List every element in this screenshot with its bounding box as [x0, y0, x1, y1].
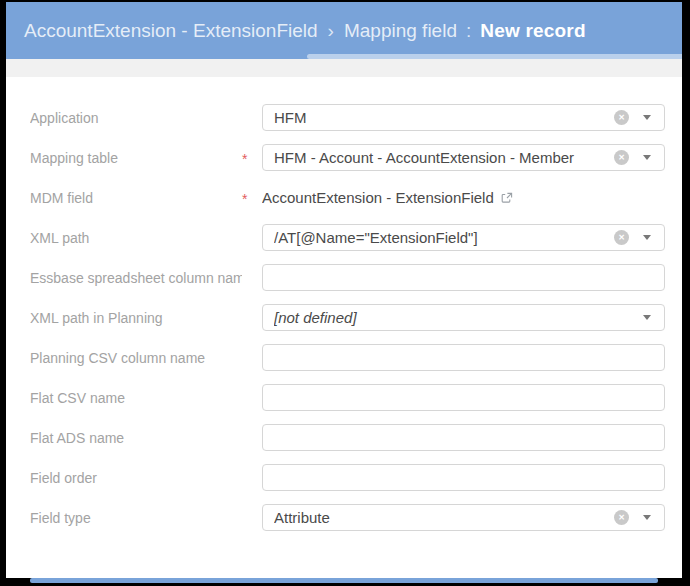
field-label: Essbase spreadsheet column name [30, 270, 242, 286]
field-label: MDM field [30, 190, 242, 206]
form-row-mdm-field: MDM field*AccountExtension - ExtensionFi… [30, 184, 665, 211]
field-control [262, 384, 665, 411]
chevron-down-icon[interactable] [643, 315, 651, 320]
field-label: Field type [30, 510, 242, 526]
xml-path-select[interactable]: /AT[@Name="ExtensionField"]✕ [262, 224, 665, 251]
chevron-down-icon[interactable] [643, 235, 651, 240]
field-control: Attribute✕ [262, 504, 665, 531]
xml-path-in-planning-value: [not defined] [274, 309, 629, 326]
required-asterisk [242, 476, 262, 479]
form-row-flat-csv-name: Flat CSV name [30, 384, 665, 411]
required-asterisk [242, 516, 262, 519]
xml-path-value: /AT[@Name="ExtensionField"] [274, 229, 604, 246]
essbase-spreadsheet-column-name-input[interactable] [262, 264, 665, 291]
form-row-planning-csv-column-name: Planning CSV column name [30, 344, 665, 371]
field-type-value: Attribute [274, 509, 604, 526]
field-control: HFM - Account - AccountExtension - Membe… [262, 144, 665, 171]
breadcrumb-parent[interactable]: AccountExtension - ExtensionField [24, 20, 318, 42]
field-label: Application [30, 110, 242, 126]
form-row-application: ApplicationHFM✕ [30, 104, 665, 131]
bottom-accent-bar [30, 578, 658, 583]
breadcrumb-separator: › [328, 20, 334, 42]
xml-path-in-planning-select[interactable]: [not defined] [262, 304, 665, 331]
flat-ads-name-input[interactable] [262, 424, 665, 451]
form-row-xml-path: XML path/AT[@Name="ExtensionField"]✕ [30, 224, 665, 251]
application-value: HFM [274, 109, 604, 126]
header-underline [307, 54, 682, 59]
clear-circle-icon[interactable]: ✕ [614, 510, 629, 525]
field-control: AccountExtension - ExtensionField [262, 184, 665, 211]
form-rows: ApplicationHFM✕Mapping table*HFM - Accou… [6, 77, 682, 531]
field-label: Flat ADS name [30, 430, 242, 446]
field-control: /AT[@Name="ExtensionField"]✕ [262, 224, 665, 251]
required-asterisk [242, 396, 262, 399]
field-control [262, 264, 665, 291]
field-control [262, 424, 665, 451]
mapping-table-value: HFM - Account - AccountExtension - Membe… [274, 149, 604, 166]
chevron-down-icon[interactable] [643, 115, 651, 120]
field-control [262, 344, 665, 371]
chevron-down-icon[interactable] [643, 515, 651, 520]
required-asterisk [242, 116, 262, 119]
required-asterisk [242, 316, 262, 319]
required-asterisk [242, 276, 262, 279]
form-panel: ApplicationHFM✕Mapping table*HFM - Accou… [6, 77, 682, 578]
form-row-flat-ads-name: Flat ADS name [30, 424, 665, 451]
form-row-field-order: Field order [30, 464, 665, 491]
flat-csv-name-input[interactable] [262, 384, 665, 411]
planning-csv-column-name-input[interactable] [262, 344, 665, 371]
field-order-input[interactable] [262, 464, 665, 491]
clear-circle-icon[interactable]: ✕ [614, 110, 629, 125]
breadcrumb-section: Mapping field [344, 20, 457, 42]
external-link-icon[interactable] [501, 192, 513, 204]
form-row-field-type: Field typeAttribute✕ [30, 504, 665, 531]
required-asterisk [242, 356, 262, 359]
clear-circle-icon[interactable]: ✕ [614, 150, 629, 165]
field-type-select[interactable]: Attribute✕ [262, 504, 665, 531]
field-label: XML path [30, 230, 242, 246]
chevron-down-icon[interactable] [643, 155, 651, 160]
field-control: [not defined] [262, 304, 665, 331]
field-label: Planning CSV column name [30, 350, 242, 366]
mdm-field-value: AccountExtension - ExtensionField [262, 189, 494, 206]
clear-circle-icon[interactable]: ✕ [614, 230, 629, 245]
mapping-table-select[interactable]: HFM - Account - AccountExtension - Membe… [262, 144, 665, 171]
app-window: AccountExtension - ExtensionField › Mapp… [6, 2, 682, 578]
breadcrumb-colon: : [466, 20, 471, 42]
field-control [262, 464, 665, 491]
mdm-field-value-row: AccountExtension - ExtensionField [262, 189, 513, 206]
application-select[interactable]: HFM✕ [262, 104, 665, 131]
required-asterisk: * [242, 148, 262, 167]
form-row-xml-path-in-planning: XML path in Planning[not defined] [30, 304, 665, 331]
required-asterisk: * [242, 188, 262, 207]
field-label: Flat CSV name [30, 390, 242, 406]
breadcrumb: AccountExtension - ExtensionField › Mapp… [6, 2, 682, 59]
form-row-essbase-spreadsheet-column-name: Essbase spreadsheet column name [30, 264, 665, 291]
field-label: XML path in Planning [30, 310, 242, 326]
field-label: Field order [30, 470, 242, 486]
form-row-mapping-table: Mapping table*HFM - Account - AccountExt… [30, 144, 665, 171]
breadcrumb-current: New record [480, 20, 585, 42]
required-asterisk [242, 236, 262, 239]
required-asterisk [242, 436, 262, 439]
field-control: HFM✕ [262, 104, 665, 131]
field-label: Mapping table [30, 150, 242, 166]
